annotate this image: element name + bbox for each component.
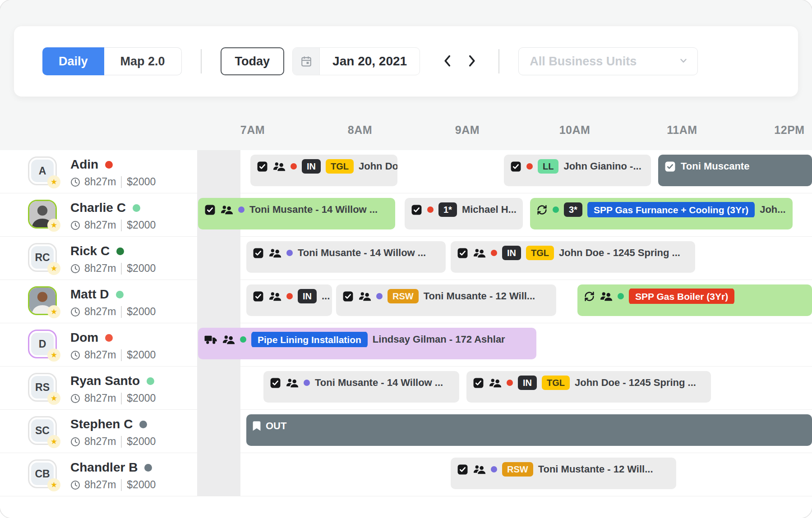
appointment-block[interactable]: RSWToni Musante - 12 Will... [336,284,556,316]
technician-revenue: $2000 [127,176,156,188]
appointment-block[interactable]: 1*Michael H... [405,198,523,229]
technician-row: A ★ Adin 8h27m $2000 INTGLJohn Doe - 124… [0,150,812,193]
appointment-block[interactable]: RSWToni Mustante - 12 Will... [451,458,676,489]
schedule-lane: Toni Musante - 14 Willow ... 1*Michael H… [197,193,812,236]
technician-revenue: $2000 [127,479,156,491]
tag-badge-rsw: RSW [388,289,419,303]
next-day-button[interactable] [465,51,480,72]
people-icon [473,464,486,475]
technician-row: RC ★ Rick C 8h27m $2000 Toni Musante - 1… [0,237,812,280]
appointment-text: Michael H... [462,204,517,215]
avatar: SC ★ [28,416,57,445]
avatar: RS ★ [28,373,57,402]
appointment-block[interactable]: Toni Musante - 14 Willow ... [246,241,446,273]
clock-icon [70,394,80,403]
technician-status-dot [116,248,124,255]
appointment-block[interactable]: INTGLJohn Doe - 1245 Spring ... [451,241,695,273]
appointment-block[interactable]: 3*SPP Gas Furnance + Cooling (3Yr)Joh... [530,198,793,229]
people-icon [600,291,613,302]
star-icon: ★ [47,348,60,362]
avatar: ★ [28,286,57,315]
dispatch-board: Daily Map 2.0 Today Jan 20, 2021 All Bus… [0,0,812,518]
technician-status-dot [144,464,152,472]
time-label: 9AM [455,124,480,137]
people-icon [473,248,486,258]
stats-divider [121,306,122,318]
stats-divider [121,349,122,361]
technician-name: Charlie C [70,201,126,215]
star-icon: ★ [47,175,60,188]
technician-status-dot [139,421,147,428]
technician-info: CB ★ Chandler B 8h27m $2000 [0,453,197,496]
off-hours-strip [197,237,240,280]
checkbox-icon [257,161,268,172]
technician-row: D ★ Dom 8h27m $2000 Pipe Lining Installa… [0,323,812,367]
avatar: D ★ [28,330,57,358]
tag-badge-in: IN [302,159,321,174]
time-label: 12PM [774,124,804,137]
tag-badge-rsw: RSW [502,462,533,477]
appointment-status-dot [553,206,559,213]
technician-row: ★ Matt D 8h27m $2000 IN... RSWToni Musan… [0,280,812,323]
appointment-block[interactable]: Toni Musante - 14 Willow ... [263,371,459,403]
technician-revenue: $2000 [127,306,156,318]
tag-badge-tgl: TGL [526,246,554,260]
star-icon: ★ [47,219,60,232]
technician-hours: 8h27m [84,306,116,318]
appointment-block[interactable]: Toni Musante - 14 Willow ... [198,198,395,229]
appointment-block[interactable]: OUT [246,414,812,446]
tag-badge-spp-gas-boiler-3yr: SPP Gas Boiler (3Yr) [629,289,734,304]
technician-status-dot [105,334,113,342]
appointment-status-dot [240,336,246,343]
appointment-text: Joh... [760,204,785,215]
technician-info: ★ Matt D 8h27m $2000 [0,280,197,323]
appointment-status-dot [491,250,497,256]
appointment-block[interactable]: INTGLJohn Doe - 1245 Spring ... [466,371,711,403]
technician-hours: 8h27m [84,479,116,491]
people-icon [269,248,281,258]
time-header: 7AM8AM9AM10AM11AM12PM [0,71,812,150]
appointment-text: Toni Mustante - 12 Will... [538,463,653,475]
tag-badge-in: IN [502,246,521,260]
technician-info: RS ★ Ryan Santo 8h27m $2000 [0,367,197,409]
technician-name: Rick C [70,244,110,258]
appointment-block[interactable]: Toni Muscante [658,155,812,186]
schedule-lane: Toni Musante - 14 Willow ... INTGLJohn D… [197,237,812,280]
time-label: 8AM [348,124,372,137]
appointment-block[interactable]: Pipe Lining InstallationLindsay Gilman -… [198,328,536,359]
date-label: Jan 20, 2021 [320,48,420,75]
appointment-status-dot [286,293,293,299]
top-zone: Daily Map 2.0 Today Jan 20, 2021 All Bus… [0,0,812,150]
clock-icon [70,220,80,230]
appointment-text: John Gianino -... [563,160,641,172]
checkbox-light-icon [664,161,676,172]
appointment-text: Toni Musante - 12 Will... [424,290,535,302]
people-icon [273,161,286,172]
technician-name: Chandler B [70,460,138,475]
business-units-placeholder: All Business Units [530,55,637,69]
technician-revenue: $2000 [127,219,156,231]
appointment-status-dot [286,250,293,256]
clock-icon [70,307,80,317]
tag-badge-tgl: TGL [326,159,354,174]
prev-day-button[interactable] [440,51,455,72]
appointment-status-dot [618,293,624,299]
appointment-block[interactable]: LLJohn Gianino -... [504,155,651,186]
people-icon [489,378,502,388]
appointment-block[interactable]: IN... [246,284,332,316]
appointment-status-dot [507,380,513,386]
schedule-rows: A ★ Adin 8h27m $2000 INTGLJohn Doe - 124… [0,150,812,496]
off-hours-strip [197,453,240,496]
appointment-block[interactable]: INTGLJohn Doe - 1245 Sprin... [250,155,397,186]
technician-row: RS ★ Ryan Santo 8h27m $2000 Toni Musante… [0,367,812,410]
clock-icon [70,350,80,360]
sync-icon [584,291,595,302]
appointment-block[interactable]: SPP Gas Boiler (3Yr) [577,284,812,316]
time-label: 11AM [667,124,697,137]
technician-info: A ★ Adin 8h27m $2000 [0,150,197,193]
checkbox-icon [510,161,521,172]
appointment-status-dot [238,206,245,213]
checkbox-icon [473,377,484,389]
chevron-right-icon [468,55,476,69]
technician-name: Dom [70,330,98,345]
